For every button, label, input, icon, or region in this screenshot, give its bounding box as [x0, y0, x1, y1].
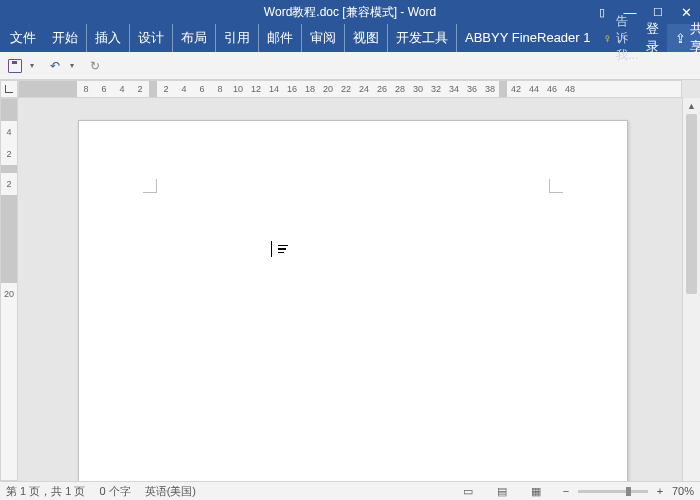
- vertical-ruler[interactable]: 42220: [0, 98, 18, 481]
- vruler-tick: [1, 267, 17, 275]
- text-cursor: [271, 241, 288, 257]
- hruler-tick: 24: [355, 84, 373, 94]
- undo-dropdown-icon[interactable]: ▾: [70, 61, 74, 70]
- quick-access-toolbar: ▾ ↶ ▾ ↻: [0, 52, 700, 80]
- title-bar: Word教程.doc [兼容模式] - Word ▯ — ☐ ✕: [0, 0, 700, 24]
- undo-icon[interactable]: ↶: [46, 57, 64, 75]
- share-button[interactable]: ⇪ 共享: [667, 24, 700, 52]
- vruler-tick: 4: [0, 121, 18, 143]
- hruler-tick: 44: [525, 84, 543, 94]
- hruler-tick: [499, 81, 507, 97]
- qat-dropdown-icon[interactable]: ▾: [30, 61, 34, 70]
- vruler-tick: 2: [0, 143, 18, 165]
- hruler-tick: 8: [211, 84, 229, 94]
- hruler-tick: 28: [391, 84, 409, 94]
- zoom-in-button[interactable]: +: [654, 485, 666, 497]
- tab-devtools[interactable]: 开发工具: [388, 24, 457, 52]
- status-page[interactable]: 第 1 页，共 1 页: [6, 484, 85, 499]
- tab-selector[interactable]: [0, 80, 18, 98]
- hruler-tick: 4: [175, 84, 193, 94]
- page[interactable]: [78, 120, 628, 481]
- share-label: 共享: [690, 20, 700, 56]
- horizontal-ruler[interactable]: 8642246810121416182022242628303234363842…: [18, 80, 682, 98]
- tell-me-placeholder: 告诉我...: [616, 13, 638, 64]
- redo-icon[interactable]: ↻: [86, 57, 104, 75]
- align-left-cursor-icon: [278, 245, 288, 254]
- ribbon-tabs: 文件 开始 插入 设计 布局 引用 邮件 审阅 视图 开发工具 ABBYY Fi…: [0, 24, 700, 52]
- save-icon[interactable]: [6, 57, 24, 75]
- vruler-tick: [1, 203, 17, 211]
- tab-references[interactable]: 引用: [216, 24, 259, 52]
- web-layout-icon[interactable]: ▦: [526, 484, 546, 498]
- hruler-tick: 46: [543, 84, 561, 94]
- document-area[interactable]: [18, 98, 682, 481]
- print-layout-icon[interactable]: ▤: [492, 484, 512, 498]
- ribbon-right-cluster: 登录 ⇪ 共享: [638, 20, 700, 56]
- vruler-tick: 20: [0, 283, 18, 305]
- zoom-control: − + 70%: [560, 485, 694, 497]
- hruler-tick: 36: [463, 84, 481, 94]
- zoom-out-button[interactable]: −: [560, 485, 572, 497]
- vruler-tick: [1, 219, 17, 227]
- tab-home[interactable]: 开始: [44, 24, 87, 52]
- margin-corner-tr: [549, 179, 563, 193]
- hruler-tick: [149, 81, 157, 97]
- hruler-tick: 42: [507, 84, 525, 94]
- status-word-count[interactable]: 0 个字: [99, 484, 130, 499]
- hruler-tick: 16: [283, 84, 301, 94]
- vruler-tick: [1, 235, 17, 243]
- tab-review[interactable]: 审阅: [302, 24, 345, 52]
- tab-abbyy[interactable]: ABBYY FineReader 1: [457, 24, 599, 52]
- tab-layout[interactable]: 布局: [173, 24, 216, 52]
- zoom-percent[interactable]: 70%: [672, 485, 694, 497]
- hruler-tick: 8: [77, 84, 95, 94]
- hruler-tick: 48: [561, 84, 579, 94]
- hruler-tick: 30: [409, 84, 427, 94]
- vruler-tick: [1, 251, 17, 259]
- vruler-tick: [1, 259, 17, 267]
- status-language[interactable]: 英语(美国): [145, 484, 196, 499]
- hruler-tick: 6: [193, 84, 211, 94]
- hruler-tick: 34: [445, 84, 463, 94]
- scroll-up-icon[interactable]: ▲: [683, 98, 700, 114]
- vertical-scrollbar[interactable]: ▲: [682, 98, 700, 481]
- tab-mailings[interactable]: 邮件: [259, 24, 302, 52]
- hruler-tick: 4: [113, 84, 131, 94]
- read-mode-icon[interactable]: ▭: [458, 484, 478, 498]
- tab-design[interactable]: 设计: [130, 24, 173, 52]
- login-button[interactable]: 登录: [638, 20, 667, 56]
- scroll-thumb[interactable]: [686, 114, 697, 294]
- workspace: 8642246810121416182022242628303234363842…: [0, 80, 700, 481]
- vruler-tick: [1, 195, 17, 203]
- tab-insert[interactable]: 插入: [87, 24, 130, 52]
- hruler-tick: 38: [481, 84, 499, 94]
- hruler-tick: 22: [337, 84, 355, 94]
- hruler-tick: 12: [247, 84, 265, 94]
- window-title: Word教程.doc [兼容模式] - Word: [264, 4, 436, 21]
- hruler-tick: 6: [95, 84, 113, 94]
- hruler-tick: 2: [157, 84, 175, 94]
- hruler-tick: 20: [319, 84, 337, 94]
- tab-file[interactable]: 文件: [2, 24, 44, 52]
- hruler-tick: 2: [131, 84, 149, 94]
- tab-view[interactable]: 视图: [345, 24, 388, 52]
- hruler-tick: 32: [427, 84, 445, 94]
- lightbulb-icon: ♀: [603, 31, 613, 46]
- vruler-tick: [1, 165, 17, 173]
- status-bar: 第 1 页，共 1 页 0 个字 英语(美国) ▭ ▤ ▦ − + 70%: [0, 481, 700, 500]
- vruler-tick: 2: [0, 173, 18, 195]
- margin-corner-tl: [143, 179, 157, 193]
- zoom-slider[interactable]: [578, 490, 648, 493]
- vruler-tick: [1, 211, 17, 219]
- vruler-tick: [1, 275, 17, 283]
- hruler-tick: 10: [229, 84, 247, 94]
- vruler-tick: [1, 243, 17, 251]
- hruler-tick: 26: [373, 84, 391, 94]
- share-icon: ⇪: [675, 31, 686, 46]
- hruler-tick: 14: [265, 84, 283, 94]
- vruler-tick: [1, 227, 17, 235]
- tell-me-search[interactable]: ♀ 告诉我...: [603, 13, 639, 64]
- hruler-tick: 18: [301, 84, 319, 94]
